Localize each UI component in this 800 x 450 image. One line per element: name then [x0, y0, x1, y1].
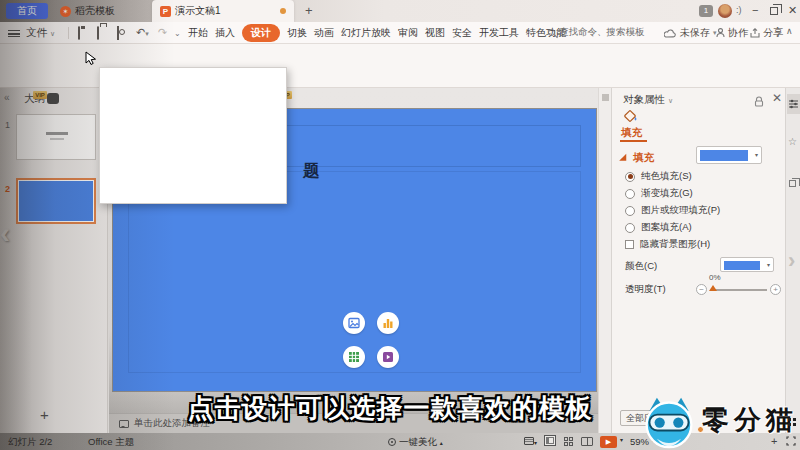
close-button[interactable]: ✕: [788, 4, 797, 17]
menu-item-开发工具[interactable]: 开发工具: [479, 26, 519, 40]
menu-item-幻灯片放映[interactable]: 幻灯片放映: [341, 26, 391, 40]
menu-item-动画[interactable]: 动画: [314, 26, 334, 40]
feedback-smiley[interactable]: :): [736, 5, 742, 15]
radio-gradient-fill[interactable]: 渐变填充(G): [625, 187, 693, 200]
menu-item-审阅[interactable]: 审阅: [398, 26, 418, 40]
print-icon[interactable]: [97, 26, 99, 40]
normal-view-icon[interactable]: [544, 435, 556, 448]
beautify-button[interactable]: 一键美化 ▴: [388, 436, 443, 449]
fill-color-swatch: [700, 150, 748, 161]
menu-items: 开始插入设计切换动画幻灯片放映审阅视图安全开发工具特色功能: [188, 22, 566, 44]
save-status[interactable]: 未保存▾: [664, 26, 717, 40]
transparency-label: 透明度(T): [625, 283, 666, 296]
slide-2-thumbnail-selected[interactable]: [16, 178, 96, 224]
color-dropdown[interactable]: ▾: [720, 257, 774, 272]
undo-icon[interactable]: ↶▾: [136, 27, 149, 39]
tab-presentation1[interactable]: P 演示文稿1: [152, 0, 294, 22]
unsaved-dot-icon: [280, 8, 286, 14]
transparency-slider[interactable]: [711, 289, 767, 291]
checkbox-icon: [625, 240, 634, 249]
user-avatar[interactable]: [718, 4, 732, 18]
outline-toggle[interactable]: [47, 93, 59, 104]
transparency-minus-button[interactable]: −: [696, 284, 707, 295]
minimize-button[interactable]: −: [752, 4, 758, 16]
selection-strip-icon[interactable]: [789, 180, 796, 187]
panel-close-icon[interactable]: ✕: [772, 91, 782, 105]
insert-video-icon[interactable]: [377, 346, 399, 368]
menu-item-插入[interactable]: 插入: [215, 26, 235, 40]
reading-view-icon[interactable]: [581, 437, 593, 448]
object-properties-panel: 对象属性 ∨ ✕ 填充 填充 ▾ 纯色填充(S) 渐变填充(G) 图片或纹理填充…: [611, 88, 785, 433]
tab-docer-templates[interactable]: ✶ 稻壳模板: [52, 0, 152, 22]
effects-strip-icon[interactable]: ☆: [788, 136, 797, 147]
radio-icon: [625, 206, 635, 216]
fill-color-dropdown[interactable]: ▾: [696, 146, 762, 164]
notification-badge[interactable]: 1: [699, 5, 713, 17]
watermark-grid-icon: [788, 418, 797, 427]
collaborate-button[interactable]: 协作: [716, 26, 748, 40]
checkbox-hide-background[interactable]: 隐藏背景图形(H): [625, 238, 710, 251]
insert-chart-icon[interactable]: [377, 312, 399, 334]
panel-collapse-icon[interactable]: «: [4, 92, 10, 103]
slide-outline-panel: « 大纲 1 2 ‹ +: [0, 88, 108, 433]
notes-view-icon[interactable]: ▾: [524, 436, 537, 447]
restore-button[interactable]: [770, 7, 778, 15]
radio-icon: [625, 172, 635, 182]
menu-item-安全[interactable]: 安全: [452, 26, 472, 40]
mouse-cursor: [85, 51, 97, 67]
template-preview-popup: [99, 67, 287, 204]
section-collapse-icon[interactable]: [619, 154, 630, 165]
transparency-plus-button[interactable]: +: [770, 284, 781, 295]
share-icon: [750, 28, 760, 38]
menu-item-设计[interactable]: 设计: [242, 24, 280, 42]
file-menu[interactable]: 文件 ∨: [26, 26, 55, 40]
sliders-icon: [789, 99, 798, 109]
beautify-icon: [388, 438, 396, 446]
theme-name: Office 主题: [88, 436, 134, 449]
fill-section-label: 填充: [633, 151, 654, 165]
radio-solid-fill[interactable]: 纯色填充(S): [625, 170, 692, 183]
properties-strip-button[interactable]: [787, 94, 800, 114]
cloud-icon: [664, 29, 677, 38]
insert-table-icon[interactable]: [343, 346, 365, 368]
insert-picture-icon[interactable]: [343, 312, 365, 334]
home-tab[interactable]: 首页: [6, 3, 48, 19]
slide-1-number: 1: [5, 120, 10, 130]
canvas-scrollbar[interactable]: [598, 88, 611, 433]
command-search[interactable]: 查找命令、搜索模板: [548, 26, 645, 39]
prev-chevron-icon[interactable]: ‹: [0, 218, 10, 248]
expand-chevron-icon[interactable]: ›: [788, 248, 795, 274]
fill-bucket-icon: [622, 108, 639, 128]
play-options-caret[interactable]: ▾: [620, 436, 623, 443]
cat-mascot-logo: [640, 396, 698, 450]
wps-presentation-window: 首页 ✶ 稻壳模板 P 演示文稿1 + 1 :) − ✕ 文件 ∨ ↶▾ ↷ ⌄…: [0, 0, 800, 450]
more-menu-icon[interactable]: ⋮: [772, 25, 783, 38]
new-tab-button[interactable]: +: [305, 3, 313, 18]
menu-bar: 文件 ∨ ↶▾ ↷ ⌄ 开始插入设计切换动画幻灯片放映审阅视图安全开发工具特色功…: [0, 22, 800, 44]
presentation-file-icon: P: [160, 6, 171, 17]
slide-sorter-icon[interactable]: [564, 437, 574, 447]
save-icon[interactable]: [78, 26, 80, 40]
lock-icon[interactable]: [754, 93, 764, 111]
slide-1-thumbnail[interactable]: [16, 114, 96, 160]
transparency-value: 0%: [709, 273, 721, 282]
print-preview-icon[interactable]: [117, 26, 119, 40]
radio-pattern-fill[interactable]: 图案填充(A): [625, 221, 692, 234]
tab-fill[interactable]: 填充: [621, 126, 642, 140]
color-swatch: [724, 261, 760, 270]
menu-item-切换[interactable]: 切换: [287, 26, 307, 40]
radio-picture-texture-fill[interactable]: 图片或纹理填充(P): [625, 204, 720, 217]
menu-item-开始[interactable]: 开始: [188, 26, 208, 40]
play-slideshow-button[interactable]: ▶: [600, 436, 617, 448]
hamburger-icon[interactable]: [8, 30, 20, 37]
panel-title: 对象属性 ∨: [623, 93, 673, 107]
collapse-ribbon-icon[interactable]: ∧: [786, 26, 793, 36]
menu-item-视图[interactable]: 视图: [425, 26, 445, 40]
transparency-slider-handle[interactable]: [709, 285, 717, 291]
placeholder-icons: [343, 312, 399, 368]
slide-indicator: 幻灯片 2/2: [8, 436, 52, 449]
watermark-text: 零分猫: [702, 402, 798, 438]
redo-icon[interactable]: ↷: [158, 27, 167, 37]
window-tab-bar: 首页 ✶ 稻壳模板 P 演示文稿1 + 1 :) − ✕: [0, 0, 800, 22]
more-quick-icons[interactable]: ⌄: [174, 29, 181, 39]
